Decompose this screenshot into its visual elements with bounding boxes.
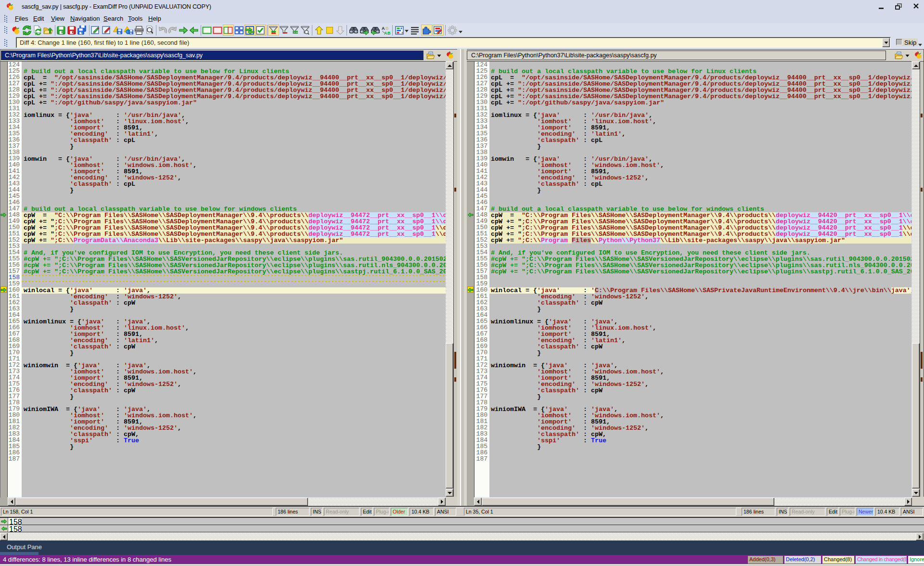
svg-text:B: B <box>387 31 391 35</box>
svg-text:A: A <box>384 31 387 35</box>
svg-text:B: B <box>385 26 389 31</box>
svg-text:A: A <box>382 26 385 31</box>
